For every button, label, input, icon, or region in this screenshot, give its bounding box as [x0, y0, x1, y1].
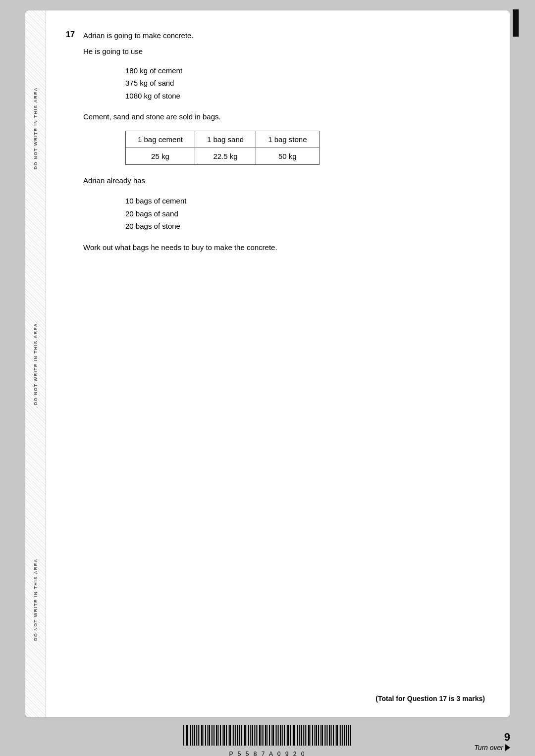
svg-rect-12: [205, 725, 206, 746]
svg-rect-22: [223, 725, 225, 746]
svg-rect-79: [331, 725, 332, 746]
svg-rect-57: [290, 725, 291, 746]
svg-rect-88: [348, 725, 349, 746]
table-header-cement: 1 bag cement: [126, 131, 195, 148]
svg-rect-16: [213, 725, 214, 746]
svg-rect-69: [312, 725, 313, 746]
svg-rect-89: [350, 725, 351, 746]
barcode-text: P 5 5 8 7 A 0 9 2 0: [229, 751, 306, 756]
sidebar-label-bottom: DO NOT WRITE IN THIS AREA: [33, 558, 38, 641]
svg-rect-52: [280, 725, 281, 746]
bag-table: 1 bag cement 1 bag sand 1 bag stone 25 k…: [125, 131, 320, 165]
question-subtext: He is going to use: [83, 46, 485, 57]
svg-rect-87: [346, 725, 347, 746]
svg-rect-83: [339, 725, 339, 746]
svg-rect-61: [297, 725, 298, 746]
sidebar-label-middle: DO NOT WRITE IN THIS AREA: [33, 323, 38, 405]
svg-rect-51: [278, 725, 279, 746]
svg-rect-32: [243, 725, 243, 746]
svg-rect-67: [308, 725, 310, 746]
question-number: 17: [66, 30, 78, 39]
svg-rect-41: [259, 725, 261, 746]
svg-rect-30: [239, 725, 240, 746]
svg-rect-66: [307, 725, 307, 746]
paragraph-1: Cement, sand and stone are sold in bags.: [83, 111, 485, 123]
material-sand: 375 kg of sand: [125, 77, 485, 90]
svg-rect-8: [198, 725, 199, 746]
svg-rect-62: [299, 725, 300, 746]
svg-rect-26: [232, 725, 232, 746]
svg-rect-50: [276, 725, 277, 746]
total-marks-area: (Total for Question 17 is 3 marks): [375, 695, 485, 703]
page-number-area: 9 Turn over: [471, 731, 510, 752]
svg-rect-42: [262, 725, 263, 746]
svg-rect-76: [325, 725, 326, 746]
svg-rect-31: [241, 725, 242, 746]
svg-rect-56: [287, 725, 289, 746]
material-cement: 180 kg of cement: [125, 64, 485, 77]
svg-rect-1: [185, 725, 185, 746]
svg-rect-54: [284, 725, 285, 746]
svg-rect-68: [311, 725, 311, 746]
svg-rect-47: [271, 725, 271, 746]
svg-rect-5: [192, 725, 193, 746]
svg-rect-39: [256, 725, 257, 746]
svg-rect-82: [336, 725, 338, 746]
barcode-area: P 5 5 8 7 A 0 9 2 0: [183, 725, 352, 756]
svg-rect-48: [272, 725, 274, 746]
svg-rect-29: [237, 725, 238, 746]
bag-table-container: 1 bag cement 1 bag sand 1 bag stone 25 k…: [125, 131, 485, 165]
svg-rect-74: [321, 725, 323, 746]
svg-rect-36: [250, 725, 251, 746]
svg-rect-0: [183, 725, 184, 746]
svg-rect-85: [342, 725, 343, 746]
svg-rect-6: [194, 725, 195, 746]
svg-rect-73: [320, 725, 321, 746]
answer-area[interactable]: [83, 261, 485, 549]
margin-bar: [513, 9, 519, 37]
svg-rect-15: [211, 725, 212, 746]
svg-rect-20: [220, 725, 221, 746]
table-value-cement: 25 kg: [126, 148, 195, 165]
turn-over: Turn over: [474, 744, 510, 752]
task-text: Work out what bags he needs to buy to ma…: [83, 242, 485, 253]
svg-rect-3: [189, 725, 189, 746]
svg-rect-77: [327, 725, 328, 746]
svg-rect-35: [248, 725, 249, 746]
svg-rect-19: [218, 725, 219, 746]
svg-rect-60: [296, 725, 296, 746]
svg-rect-53: [282, 725, 283, 746]
barcode-image: [183, 725, 352, 750]
svg-rect-9: [200, 725, 200, 746]
paragraph-2: Adrian already has: [83, 175, 485, 187]
svg-rect-34: [247, 725, 247, 746]
svg-rect-23: [226, 725, 227, 746]
svg-rect-40: [258, 725, 258, 746]
question-17: 17 Adrian is going to make concrete. He …: [66, 30, 485, 549]
bottom-bar: P 5 5 8 7 A 0 9 2 0 9 Turn over: [25, 723, 510, 756]
svg-rect-65: [305, 725, 306, 746]
svg-rect-72: [318, 725, 319, 746]
table-header-sand: 1 bag sand: [195, 131, 256, 148]
svg-rect-14: [209, 725, 210, 746]
svg-rect-17: [214, 725, 215, 746]
svg-rect-81: [335, 725, 335, 746]
svg-rect-10: [201, 725, 203, 746]
svg-rect-75: [324, 725, 324, 746]
material-stone: 1080 kg of stone: [125, 90, 485, 102]
svg-rect-78: [329, 725, 330, 746]
has-stone: 20 bags of stone: [125, 220, 485, 233]
table-header-stone: 1 bag stone: [256, 131, 319, 148]
svg-rect-7: [196, 725, 197, 746]
already-has-list: 10 bags of cement 20 bags of sand 20 bag…: [125, 195, 485, 233]
svg-rect-70: [314, 725, 315, 746]
total-marks-text: (Total for Question 17 is 3 marks): [375, 695, 485, 703]
svg-rect-58: [292, 725, 292, 746]
svg-rect-80: [333, 725, 334, 746]
table-value-sand: 22.5 kg: [195, 148, 256, 165]
turn-over-arrow: [505, 744, 510, 751]
svg-rect-71: [316, 725, 317, 746]
svg-rect-18: [216, 725, 217, 746]
table-value-stone: 50 kg: [256, 148, 319, 165]
svg-rect-4: [190, 725, 191, 746]
